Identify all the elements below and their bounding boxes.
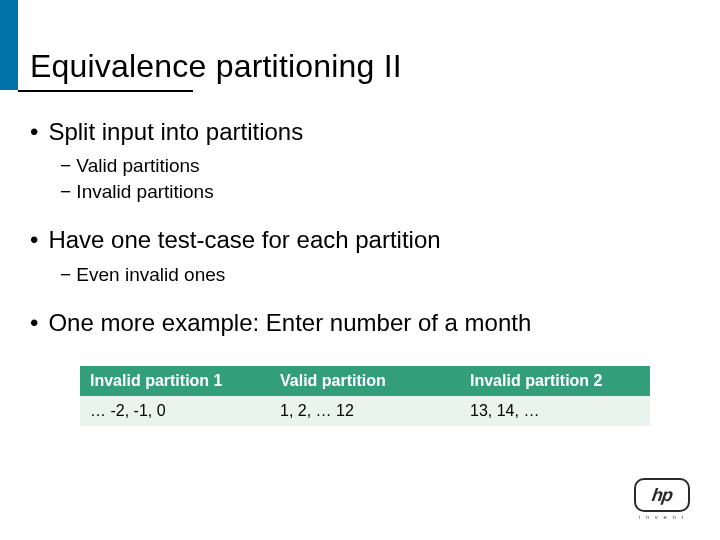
- slide-title: Equivalence partitioning II: [30, 48, 402, 85]
- bullet-2-sublist: − Even invalid ones: [60, 262, 680, 288]
- bullet-dot-icon: •: [30, 116, 38, 147]
- bullet-3-text: One more example: Enter number of a mont…: [48, 307, 531, 338]
- hp-logo-box: hp: [634, 478, 690, 512]
- bullet-2: • Have one test-case for each partition: [30, 224, 680, 255]
- sub-bullet: − Even invalid ones: [60, 262, 680, 288]
- bullet-dot-icon: •: [30, 224, 38, 255]
- table-header-cell: Valid partition: [270, 366, 460, 396]
- example-table: Invalid partition 1 Valid partition Inva…: [80, 366, 650, 426]
- table-row: … -2, -1, 0 1, 2, … 12 13, 14, …: [80, 396, 650, 426]
- hp-logo: hp i n v e n t: [634, 478, 690, 518]
- sub-bullet: − Valid partitions: [60, 153, 680, 179]
- bullet-2-text: Have one test-case for each partition: [48, 224, 440, 255]
- sub-bullet: − Invalid partitions: [60, 179, 680, 205]
- bullet-1: • Split input into partitions: [30, 116, 680, 147]
- hp-logo-tagline: i n v e n t: [634, 514, 690, 520]
- slide: Equivalence partitioning II • Split inpu…: [0, 0, 720, 540]
- table-header-cell: Invalid partition 2: [460, 366, 650, 396]
- table-cell: … -2, -1, 0: [80, 396, 270, 426]
- accent-bar: [0, 0, 18, 90]
- bullet-dot-icon: •: [30, 307, 38, 338]
- bullet-1-text: Split input into partitions: [48, 116, 303, 147]
- table-cell: 1, 2, … 12: [270, 396, 460, 426]
- title-underline: [18, 90, 193, 92]
- table-header-cell: Invalid partition 1: [80, 366, 270, 396]
- slide-content: • Split input into partitions − Valid pa…: [30, 110, 680, 426]
- hp-logo-text: hp: [651, 485, 674, 506]
- table-header-row: Invalid partition 1 Valid partition Inva…: [80, 366, 650, 396]
- table-cell: 13, 14, …: [460, 396, 650, 426]
- bullet-3: • One more example: Enter number of a mo…: [30, 307, 680, 338]
- bullet-1-sublist: − Valid partitions − Invalid partitions: [60, 153, 680, 204]
